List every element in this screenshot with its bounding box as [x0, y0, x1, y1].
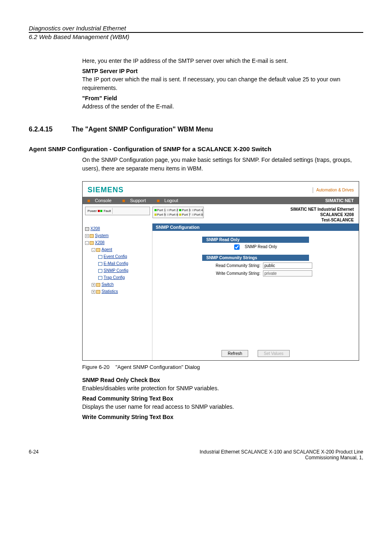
- port1-cell: Port 1: [154, 208, 165, 212]
- screenshot-body: Power Fault Port 1 Port 2 Port 3: [83, 204, 359, 360]
- folder-icon: [96, 290, 100, 294]
- tree-root[interactable]: X208: [85, 225, 150, 232]
- nav-tree: X208 +System -X208 -Agent Event Config E…: [83, 223, 152, 297]
- section-heading: 6.2.4.15 The "Agent SNMP Configuration" …: [29, 126, 363, 133]
- menu-logout[interactable]: Logout: [157, 198, 183, 203]
- intro-h1: SMTP Server IP Port: [82, 68, 363, 74]
- port-led-icon: [192, 209, 194, 211]
- device-label: SIMATIC NET Industrial Ethernet SCALANCE…: [206, 204, 359, 223]
- tree-event-config[interactable]: Event Config: [85, 253, 150, 260]
- nav-tree-panel: X208 +System -X208 -Agent Event Config E…: [83, 223, 152, 360]
- tree-system[interactable]: +System: [85, 232, 150, 239]
- footer-page-num: 6-24: [29, 449, 39, 461]
- tree-statistics[interactable]: +Statistics: [85, 288, 150, 295]
- folder-open-icon: [96, 248, 100, 252]
- subsection-body: On the SNMP Configuration page, you make…: [82, 156, 363, 173]
- section-number: 6.2.4.15: [29, 126, 70, 133]
- bullet-icon: [122, 200, 125, 202]
- tree-email-config[interactable]: E-Mail Config: [85, 260, 150, 267]
- port-led-icon: [167, 209, 169, 211]
- device-line2: SCALANCE X208: [206, 212, 354, 217]
- port-led-icon: [192, 214, 194, 216]
- port-led-icon: [154, 209, 157, 211]
- header-chapter: Diagnostics over Industrial Ethernet: [29, 25, 363, 32]
- folder-icon: [90, 234, 94, 238]
- read-community-row: Read Community String:: [161, 263, 350, 269]
- group-snmp-read-only: SNMP Read Only: [202, 237, 309, 243]
- section-title-text: The "Agent SNMP Configuration" WBM Menu: [71, 126, 213, 133]
- read-community-label: Read Community String:: [199, 263, 261, 268]
- device-icon: [85, 227, 89, 231]
- figure-caption: Figure 6-20 "Agent SNMP Configuration" D…: [82, 364, 363, 370]
- device-line3: Test-SCALANCE: [206, 217, 354, 223]
- fault-led-icon: [100, 210, 102, 212]
- subsection-heading: Agent SNMP Configuration - Configuration…: [29, 145, 363, 152]
- snmp-read-only-row: SNMP Read Only: [161, 244, 350, 250]
- bullet-icon: [157, 200, 159, 202]
- port-led-icon: [179, 214, 181, 216]
- refresh-button[interactable]: Refresh: [221, 350, 248, 357]
- simatic-net-label: SIMATIC NET: [325, 198, 354, 203]
- intro-p1: Here, you enter the IP address of the SM…: [82, 57, 363, 65]
- menu-console[interactable]: Console: [88, 198, 116, 203]
- button-row: Refresh Set Values: [152, 347, 359, 360]
- figure-number: Figure 6-20: [82, 364, 109, 370]
- snmp-read-only-checkbox[interactable]: [234, 244, 240, 250]
- snmp-read-only-label: SNMP Read Only: [245, 244, 277, 249]
- tail-h1: SNMP Read Only Check Box: [82, 377, 363, 383]
- folder-icon: [90, 241, 94, 245]
- write-community-input[interactable]: [263, 270, 312, 276]
- panel-title: SNMP Configuration: [152, 223, 359, 231]
- port-led-icon: [154, 214, 157, 216]
- footer-doc-sub: Commissioning Manual, 1,: [200, 455, 363, 461]
- collapse-icon[interactable]: -: [92, 248, 95, 252]
- tail-p1: Enables/disables write protection for SN…: [82, 384, 363, 393]
- folder-icon: [96, 283, 100, 287]
- tree-agent[interactable]: -Agent: [85, 246, 150, 253]
- wbm-screenshot: SIEMENS Automation & Drives Console Supp…: [82, 181, 359, 361]
- port6-cell: Port 6: [166, 212, 178, 217]
- expand-icon[interactable]: +: [85, 234, 89, 238]
- menu-support[interactable]: Support: [122, 198, 151, 203]
- tail-p2: Displays the user name for read access t…: [82, 403, 363, 411]
- menubar: Console Support Logout SIMATIC NET: [83, 197, 359, 204]
- subsection-p1: On the SNMP Configuration page, you make…: [82, 156, 363, 173]
- power-fault-cell: Power Fault: [86, 208, 113, 214]
- power-led-icon: [98, 210, 100, 212]
- port-led-icon: [179, 209, 181, 211]
- footer-right: Industrial Ethernet SCALANCE X-100 and S…: [200, 449, 363, 461]
- write-community-label: Write Community String:: [199, 271, 261, 276]
- figure-text: "Agent SNMP Configuration" Dialog: [115, 364, 200, 370]
- bullet-icon: [88, 200, 90, 202]
- device-line1: SIMATIC NET Industrial Ethernet: [206, 207, 354, 212]
- tree-trap-config[interactable]: Trap Config: [85, 274, 150, 281]
- port4-cell: Port 4: [191, 208, 203, 212]
- set-values-button[interactable]: Set Values: [258, 350, 290, 357]
- header-section: 6.2 Web Based Management (WBM): [29, 32, 363, 40]
- port8-cell: Port 8: [191, 212, 203, 217]
- automation-drives-link[interactable]: Automation & Drives: [313, 187, 354, 193]
- ports-grid: Port 1 Port 2 Port 3 Port 4 Port 5 Port …: [152, 207, 204, 218]
- port5-cell: Port 5: [154, 212, 165, 217]
- intro-content: Here, you enter the IP address of the SM…: [82, 57, 363, 111]
- read-community-input[interactable]: [263, 263, 312, 269]
- port7-cell: Port 7: [178, 212, 190, 217]
- screenshot-top: SIEMENS Automation & Drives: [83, 182, 359, 197]
- tree-x208[interactable]: -X208: [85, 239, 150, 246]
- page-header: Diagnostics over Industrial Ethernet 6.2…: [29, 25, 363, 40]
- page-footer: 6-24 Industrial Ethernet SCALANCE X-100 …: [29, 449, 363, 461]
- main-panel: SNMP Configuration SNMP Read Only SNMP R…: [152, 223, 359, 360]
- page-icon: [98, 276, 102, 280]
- tree-snmp-config[interactable]: SNMP Config: [85, 267, 150, 274]
- page-icon: [98, 269, 102, 273]
- tree-switch[interactable]: +Switch: [85, 281, 150, 288]
- tail-content: SNMP Read Only Check Box Enables/disable…: [82, 377, 363, 420]
- expand-icon[interactable]: +: [92, 283, 95, 287]
- footer-doc-title: Industrial Ethernet SCALANCE X-100 and S…: [200, 449, 363, 455]
- write-community-row: Write Community String:: [161, 270, 350, 276]
- tail-h3: Write Community String Text Box: [82, 414, 363, 420]
- page-icon: [98, 262, 102, 266]
- collapse-icon[interactable]: -: [85, 241, 89, 245]
- intro-h2: "From" Field: [82, 95, 363, 101]
- expand-icon[interactable]: +: [92, 290, 95, 294]
